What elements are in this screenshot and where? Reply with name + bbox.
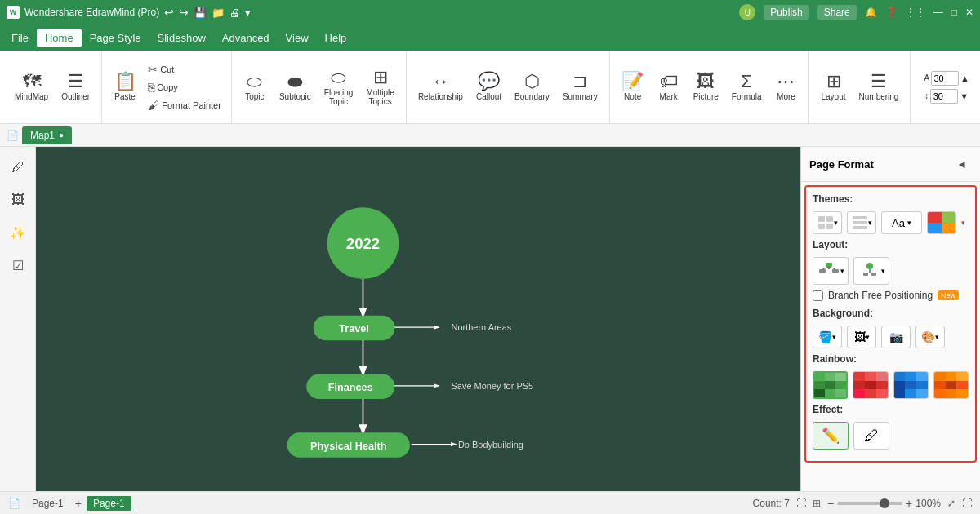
page-icon: 📄: [7, 130, 19, 141]
outliner-button[interactable]: ☰ Outliner: [56, 69, 95, 104]
menu-help[interactable]: Help: [317, 29, 355, 47]
branch-free-label: Branch Free Positioning: [828, 290, 933, 301]
notification-icon[interactable]: 🔔: [865, 7, 877, 18]
bg-color2-btn[interactable]: 🎨▾: [915, 326, 945, 348]
bg-color-btn[interactable]: 🪣▾: [813, 326, 842, 348]
task-panel-btn[interactable]: ☑: [4, 251, 32, 279]
rainbow-btn-3[interactable]: [893, 371, 929, 399]
zoom-expand-btn[interactable]: ⛶: [962, 498, 972, 509]
share-button[interactable]: Share: [817, 5, 857, 20]
rainbow-btn-1[interactable]: [813, 371, 848, 399]
image-panel-btn[interactable]: 🖼: [4, 186, 32, 214]
note-button[interactable]: 📝 Note: [617, 69, 649, 104]
add-page-btn[interactable]: +: [75, 497, 82, 510]
formula-icon: Σ: [741, 73, 752, 91]
zoom-slider[interactable]: [837, 502, 902, 505]
relationship-button[interactable]: ↔ Relationship: [413, 69, 468, 104]
font-size-input-1[interactable]: 30: [931, 71, 959, 86]
folder-icon[interactable]: 📁: [212, 7, 225, 19]
callout-button[interactable]: 💬 Callout: [471, 69, 506, 104]
ribbon-group-topics: ⬭ Topic ⬬ Subtopic ⬭ FloatingTopic ⊞ Mul…: [232, 51, 407, 123]
format-painter-button[interactable]: 🖌 Format Painter: [145, 97, 225, 113]
menu-advanced[interactable]: Advanced: [214, 29, 278, 47]
win-minimize[interactable]: —: [933, 7, 943, 18]
more-button[interactable]: ⋯ More: [769, 69, 802, 104]
more-icon: ⋯: [777, 73, 795, 91]
win-close[interactable]: ✕: [965, 7, 973, 18]
ai-panel-btn[interactable]: ✨: [4, 219, 32, 246]
formula-button[interactable]: Σ Formula: [727, 69, 767, 104]
format-panel-btn[interactable]: 🖊: [4, 153, 32, 181]
undo-icon[interactable]: ↩: [164, 6, 174, 19]
app-logo: W: [7, 6, 20, 19]
summary-button[interactable]: ⊐ Summary: [558, 69, 603, 104]
layout-btn-2[interactable]: ▾: [853, 257, 889, 285]
menu-file[interactable]: File: [3, 29, 37, 47]
more-icon[interactable]: ▾: [245, 7, 251, 19]
font-size-down[interactable]: ▼: [960, 91, 969, 101]
save-icon[interactable]: 💾: [194, 7, 207, 19]
page-1-tab[interactable]: Page-1: [25, 496, 70, 511]
theme-grid-btn-2[interactable]: ▾: [847, 211, 876, 234]
apps-icon[interactable]: ⋮⋮: [906, 7, 925, 18]
picture-button[interactable]: 🖼 Picture: [688, 69, 724, 104]
zoom-thumb[interactable]: [880, 498, 889, 508]
bg-wallpaper-btn[interactable]: 📷: [881, 326, 911, 348]
theme-color-btn[interactable]: [927, 211, 956, 234]
paste-label: Paste: [114, 92, 136, 101]
effect-btn-2[interactable]: 🖊: [853, 422, 889, 450]
effect-btn-1[interactable]: ✏️: [813, 422, 849, 450]
rainbow-btn-2[interactable]: [853, 371, 888, 399]
map1-tab-close[interactable]: ●: [59, 131, 64, 140]
bg-image-btn[interactable]: 🖼▾: [847, 326, 876, 348]
redo-icon[interactable]: ↪: [179, 6, 189, 19]
menu-home[interactable]: Home: [37, 29, 82, 47]
menu-view[interactable]: View: [278, 29, 317, 47]
layout-icon: ⊞: [826, 73, 841, 91]
print-icon[interactable]: 🖨: [229, 7, 240, 19]
font-size-up[interactable]: ▲: [960, 73, 969, 83]
cut-button[interactable]: ✂ Cut: [145, 61, 225, 78]
multiple-topics-button[interactable]: ⊞ MultipleTopics: [361, 65, 399, 109]
floating-topic-button[interactable]: ⬭ FloatingTopic: [319, 65, 359, 109]
svg-rect-32: [863, 273, 868, 276]
topic-button[interactable]: ⬭ Topic: [238, 69, 271, 104]
zoom-fit-btn[interactable]: ⤢: [947, 498, 956, 509]
app-title: Wondershare EdrawMind (Pro): [24, 7, 159, 18]
zoom-in-btn[interactable]: +: [906, 497, 912, 510]
user-avatar[interactable]: U: [739, 4, 755, 20]
panel-collapse-btn[interactable]: ◂: [951, 153, 972, 175]
svg-rect-17: [818, 216, 825, 222]
theme-grid-btn-1[interactable]: ▾: [813, 211, 842, 234]
branch-free-checkbox[interactable]: [813, 290, 823, 301]
left-panel: 🖊 🖼 ✨ ☑: [0, 147, 36, 491]
mark-button[interactable]: 🏷 Mark: [653, 69, 685, 104]
menu-page-style[interactable]: Page Style: [82, 29, 149, 47]
fit-btn[interactable]: ⊞: [813, 498, 821, 509]
mindmap-label: MindMap: [15, 92, 48, 101]
paste-button[interactable]: 📋 Paste: [109, 69, 141, 104]
theme-font-btn[interactable]: Aa▾: [881, 211, 922, 234]
help-icon[interactable]: ❓: [885, 7, 898, 18]
win-maximize[interactable]: □: [951, 7, 957, 18]
copy-button[interactable]: ⎘ Copy: [145, 79, 225, 95]
theme-color-chevron[interactable]: ▾: [961, 219, 965, 227]
boundary-button[interactable]: ⬡ Boundary: [510, 69, 555, 104]
map1-tab[interactable]: Map1 ●: [22, 126, 72, 144]
font-size-input-2[interactable]: 30: [930, 89, 958, 104]
map1-tab-label: Map1: [30, 130, 55, 141]
fullscreen-btn[interactable]: ⛶: [796, 498, 806, 509]
numbering-button[interactable]: ☰ Numbering: [854, 69, 904, 104]
mindmap-button[interactable]: 🗺 MindMap: [10, 69, 53, 104]
mindmap-svg: 2022 Travel Northern Areas Finances Save…: [36, 147, 800, 491]
layout-row: ▾ ▾: [813, 257, 969, 285]
subtopic-button[interactable]: ⬬ Subtopic: [274, 69, 316, 104]
layout-btn-1[interactable]: ▾: [813, 257, 849, 285]
layout-button[interactable]: ⊞ Layout: [816, 69, 850, 104]
menu-slideshow[interactable]: Slideshow: [149, 29, 214, 47]
zoom-out-btn[interactable]: −: [827, 497, 834, 510]
publish-button[interactable]: Publish: [764, 5, 808, 20]
svg-rect-24: [826, 263, 832, 267]
page-1-active-tab[interactable]: Page-1: [87, 496, 131, 511]
rainbow-btn-4[interactable]: [933, 371, 969, 399]
